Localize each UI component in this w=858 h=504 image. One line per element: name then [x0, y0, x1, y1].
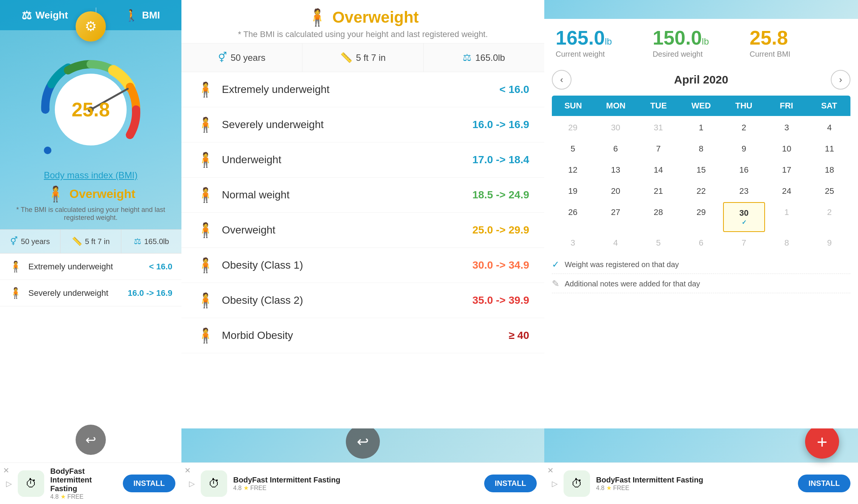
calendar-cell[interactable]: 14	[637, 160, 679, 180]
bmi-category-icon: 🧍	[9, 260, 22, 273]
ad-close-left[interactable]: ✕	[3, 466, 9, 475]
bmi-row: 🧍 Obesity (Class 2) 35.0 -> 39.9	[181, 283, 544, 318]
calendar-cell[interactable]: 1	[680, 117, 722, 138]
calendar-cell[interactable]: 29	[552, 117, 594, 138]
calendar-cell[interactable]: 16	[723, 160, 765, 180]
ad-banner-right: ✕ ▷ ⏱ BodyFast Intermittent Fasting 4.8 …	[544, 462, 858, 504]
bmi-category-range: 18.5 -> 24.9	[472, 189, 529, 201]
ad-install-right[interactable]: INSTALL	[798, 475, 850, 492]
calendar-cell[interactable]: 7	[723, 233, 765, 253]
calendar-cell[interactable]: 2	[808, 202, 850, 232]
mid-height-icon: 📏	[340, 52, 352, 63]
calendar-cell[interactable]: 2	[723, 117, 765, 138]
ad-sub-left: 4.8 ★ FREE	[50, 493, 117, 500]
ad-play-mid[interactable]: ▷	[189, 479, 195, 488]
calendar-cell[interactable]: 6	[595, 139, 637, 159]
calendar-cell[interactable]: 3	[552, 233, 594, 253]
tab-weight[interactable]: ⚖ Weight	[22, 9, 68, 22]
height-pill: 📏 5 ft 7 in	[60, 230, 121, 253]
calendar-cell[interactable]: 24	[766, 181, 808, 201]
calendar-nav: ‹ April 2020 ›	[552, 70, 850, 90]
ad-info-right: BodyFast Intermittent Fasting 4.8 ★ FREE	[596, 476, 792, 492]
calendar-cell[interactable]: 27	[595, 202, 637, 232]
ad-play-right[interactable]: ▷	[552, 479, 558, 488]
ad-install-left[interactable]: INSTALL	[123, 475, 175, 492]
bmi-label[interactable]: Body mass index (BMI)	[44, 170, 138, 181]
ad-title-mid: BodyFast Intermittent Fasting	[233, 476, 478, 484]
right-stats: 165.0lb Current weight 150.0lb Desired w…	[544, 19, 858, 66]
calendar-cell[interactable]: 6	[680, 233, 722, 253]
calendar-cell[interactable]: 17	[766, 160, 808, 180]
age-icon: ⚥	[10, 237, 18, 246]
calendar-cell[interactable]: 31	[637, 117, 679, 138]
bmi-row: 🧍 Severely underweight 16.0 -> 16.9	[0, 280, 181, 306]
ad-install-mid[interactable]: INSTALL	[484, 475, 537, 492]
calendar-cell[interactable]: 22	[680, 181, 722, 201]
calendar-cell[interactable]: 19	[552, 181, 594, 201]
calendar-cell[interactable]: 20	[595, 181, 637, 201]
calendar-cell[interactable]: 26	[552, 202, 594, 232]
calendar-cell[interactable]: 9	[808, 233, 850, 253]
bmi-category-range: ≥ 40	[509, 329, 529, 342]
mid-title: Overweight	[332, 8, 419, 26]
tab-bmi[interactable]: 🚶 BMI	[124, 9, 160, 22]
ad-info-mid: BodyFast Intermittent Fasting 4.8 ★ FREE	[233, 476, 478, 492]
calendar-cell[interactable]: 3	[766, 117, 808, 138]
ad-icon-right: ⏱	[564, 470, 590, 497]
calendar-next-button[interactable]: ›	[831, 70, 850, 90]
calendar-cell[interactable]: 12	[552, 160, 594, 180]
bmi-row: 🧍 Normal weight 18.5 -> 24.9	[181, 178, 544, 213]
add-button-right[interactable]: +	[805, 428, 839, 459]
bmi-category-range: 30.0 -> 34.9	[472, 259, 529, 271]
calendar-cell[interactable]: 8	[766, 233, 808, 253]
legend-check-icon: ✓	[552, 259, 559, 270]
settings-button[interactable]: ⚙	[76, 11, 106, 42]
age-value: 50 years	[21, 237, 50, 246]
calendar-cell[interactable]: 23	[723, 181, 765, 201]
svg-point-3	[44, 147, 51, 154]
calendar-cell[interactable]: 30	[595, 117, 637, 138]
bmi-note: * The BMI is calculated using your heigh…	[0, 206, 181, 222]
mid-title-row: 🧍 Overweight	[193, 8, 533, 27]
calendar-cell[interactable]: 7	[637, 139, 679, 159]
calendar-cell[interactable]: 18	[808, 160, 850, 180]
ad-close-mid[interactable]: ✕	[184, 466, 191, 475]
calendar-cell[interactable]: 4	[595, 233, 637, 253]
bmi-row: 🧍 Severely underweight 16.0 -> 16.9	[181, 107, 544, 142]
calendar-cell[interactable]: 10	[766, 139, 808, 159]
calendar-cell[interactable]: 15	[680, 160, 722, 180]
calendar-cell[interactable]: 30	[723, 202, 765, 232]
current-weight-stat: 165.0lb Current weight	[556, 26, 653, 59]
calendar-day-header: SAT	[808, 96, 850, 116]
calendar-cell[interactable]: 13	[595, 160, 637, 180]
weight-icon: ⚖	[22, 9, 32, 22]
calendar-cell[interactable]: 4	[808, 117, 850, 138]
left-panel: ⚖ Weight 🚶 BMI ⚙	[0, 0, 181, 504]
height-icon: 📏	[72, 237, 82, 246]
calendar-cell[interactable]: 1	[766, 202, 808, 232]
ad-close-right[interactable]: ✕	[547, 466, 554, 475]
calendar-cell[interactable]: 5	[552, 139, 594, 159]
mid-age-icon: ⚥	[218, 52, 227, 63]
desired-weight-label: Desired weight	[653, 50, 750, 59]
calendar-prev-button[interactable]: ‹	[552, 70, 571, 90]
calendar-cell[interactable]: 21	[637, 181, 679, 201]
ad-play-left[interactable]: ▷	[6, 479, 12, 488]
bmi-category-icon: 🧍	[197, 81, 214, 98]
calendar-title: April 2020	[674, 73, 728, 86]
calendar-cell[interactable]: 29	[680, 202, 722, 232]
calendar-cell[interactable]: 28	[637, 202, 679, 232]
mid-weight-pill: ⚖ 165.0lb	[424, 43, 544, 72]
calendar-cell[interactable]: 8	[680, 139, 722, 159]
bmi-status-row: 🧍 Overweight	[46, 185, 135, 203]
current-bmi-stat: 25.8 Current BMI	[750, 26, 847, 59]
bmi-category-range: < 16.0	[499, 83, 529, 96]
calendar-day-header: TUE	[637, 96, 680, 116]
calendar-cell[interactable]: 11	[808, 139, 850, 159]
back-button-mid[interactable]: ↩	[346, 428, 380, 459]
bmi-category-label: Severely underweight	[222, 119, 465, 131]
calendar-cell[interactable]: 5	[637, 233, 679, 253]
calendar-cell[interactable]: 25	[808, 181, 850, 201]
back-button-left[interactable]: ↩	[76, 425, 106, 455]
calendar-cell[interactable]: 9	[723, 139, 765, 159]
